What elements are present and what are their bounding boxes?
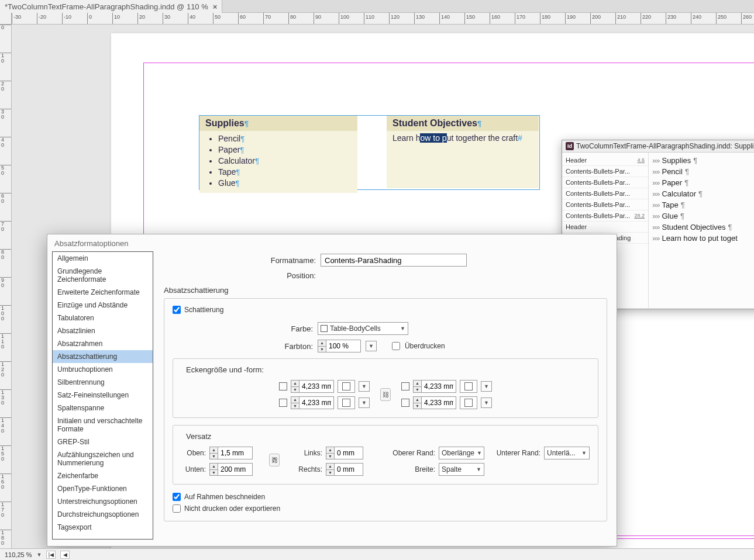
text-column-2: Student Objectives¶ Learn how to put tog…: [387, 116, 539, 189]
heading-supplies[interactable]: Supplies¶: [199, 116, 357, 131]
story-text-line[interactable]: »» Glue¶: [649, 210, 754, 222]
list-item[interactable]: Tape¶: [218, 167, 352, 178]
offset-top-spinner[interactable]: ▲▼: [209, 447, 253, 459]
offset-bottom-spinner[interactable]: ▲▼: [209, 463, 253, 476]
text-selection: ow to p: [420, 133, 446, 143]
category-item[interactable]: Zeichenfarbe: [53, 469, 153, 482]
list-item[interactable]: Calculator¶: [218, 155, 352, 167]
heading-objectives[interactable]: Student Objectives¶: [387, 116, 539, 131]
story-text-line[interactable]: »» Tape¶: [649, 199, 754, 210]
left-label: Links:: [296, 449, 322, 457]
category-item[interactable]: Tabulatoren: [53, 312, 153, 324]
supplies-list: Pencil¶Paper¶Calculator¶Tape¶Glue¶: [218, 133, 352, 188]
width-select[interactable]: Spalte▼: [439, 463, 484, 476]
story-text-line[interactable]: »» Pencil¶: [649, 166, 754, 177]
category-item[interactable]: Umbruchoptionen: [53, 363, 153, 376]
category-item[interactable]: Satz-Feineinstellungen: [53, 389, 153, 402]
section-heading: Absatzschattierung: [164, 286, 607, 295]
story-style-row[interactable]: Contents-Bullets-Par...: [562, 166, 648, 177]
category-item[interactable]: Unterstreichungsoptionen: [53, 495, 153, 508]
category-item[interactable]: Allgemein: [53, 252, 153, 265]
tint-spinner[interactable]: ▲▼: [318, 340, 361, 352]
width-label: Breite:: [385, 465, 435, 473]
corner-br-spinner[interactable]: ▲▼: [413, 396, 456, 409]
zoom-level[interactable]: 110,25 %: [5, 551, 32, 558]
corner-bl-spinner[interactable]: ▲▼: [291, 396, 334, 409]
category-item[interactable]: GREP-Stil: [53, 435, 153, 448]
list-item[interactable]: Pencil¶: [218, 133, 352, 144]
close-icon[interactable]: ×: [213, 2, 218, 11]
category-item[interactable]: Erweiterte Zeichenformate: [53, 286, 153, 299]
category-item[interactable]: Absatzrahmen: [53, 337, 153, 350]
story-text-line[interactable]: »» Supplies¶: [649, 155, 754, 166]
corner-tl-spinner[interactable]: ▲▼: [291, 380, 334, 393]
category-item[interactable]: Durchstreichungsoptionen: [53, 508, 153, 521]
do-not-print-checkbox[interactable]: [173, 504, 181, 513]
story-style-row[interactable]: Header4.6: [562, 155, 648, 166]
objectives-body[interactable]: Learn how to put together the craft#: [387, 131, 539, 188]
bottom-edge-label: Unterer Rand:: [488, 449, 540, 457]
story-style-row[interactable]: Header: [562, 222, 648, 233]
corner-shape-tl[interactable]: [338, 380, 355, 393]
do-not-print-label: Nicht drucken oder exportieren: [184, 504, 280, 513]
corner-shape-bl[interactable]: [338, 396, 355, 409]
category-item[interactable]: Absatzlinien: [53, 324, 153, 337]
text-column-1: Supplies¶ Pencil¶Paper¶Calculator¶Tape¶G…: [199, 116, 357, 189]
formatname-input[interactable]: [321, 254, 467, 267]
chevron-down-icon[interactable]: ▼: [359, 397, 370, 408]
category-list[interactable]: AllgemeinGrundlegende ZeichenformateErwe…: [52, 251, 153, 540]
supplies-body[interactable]: Pencil¶Paper¶Calculator¶Tape¶Glue¶: [199, 131, 357, 193]
chevron-down-icon: ▼: [400, 326, 405, 331]
list-item[interactable]: Paper¶: [218, 144, 352, 155]
chevron-down-icon[interactable]: ▼: [366, 341, 377, 351]
chevron-down-icon[interactable]: ▼: [481, 381, 492, 392]
story-style-row[interactable]: Contents-Bullets-Par...: [562, 177, 648, 188]
list-item[interactable]: Glue¶: [218, 178, 352, 189]
story-editor-titlebar[interactable]: Id TwoColumnTextFrame-AllParagraphShadin…: [562, 140, 754, 153]
first-page-button[interactable]: |◀: [46, 551, 56, 559]
link-values-icon[interactable]: ⛓: [380, 388, 391, 401]
corner-tr-spinner[interactable]: ▲▼: [413, 380, 456, 393]
story-text-column[interactable]: »» Supplies¶»» Pencil¶»» Paper¶»» Calcul…: [649, 153, 754, 308]
color-select[interactable]: Table-BodyCells ▼: [318, 322, 408, 335]
bottom-label: Unten:: [181, 465, 206, 473]
category-item[interactable]: Einzüge und Abstände: [53, 299, 153, 312]
prev-page-button[interactable]: ◀: [60, 551, 70, 559]
story-text-line[interactable]: »» Student Objectives¶: [649, 222, 754, 233]
category-item[interactable]: Aufzählungszeichen und Nummerierung: [53, 448, 153, 469]
corner-shape-br[interactable]: [460, 396, 477, 409]
story-text-line[interactable]: »» Paper¶: [649, 177, 754, 188]
story-style-row[interactable]: Contents-Bullets-Par...: [562, 188, 648, 199]
overprint-checkbox[interactable]: [392, 342, 400, 350]
pilcrow-icon: ¶: [477, 119, 481, 128]
category-item[interactable]: Silbentrennung: [53, 376, 153, 389]
story-text-line[interactable]: »» Learn how to put toget: [649, 233, 754, 244]
offset-left-spinner[interactable]: ▲▼: [326, 447, 363, 459]
top-edge-label: Oberer Rand:: [385, 449, 435, 457]
unlink-values-icon[interactable]: ⛓̸: [269, 454, 280, 466]
category-item[interactable]: OpenType-Funktionen: [53, 482, 153, 495]
vertical-ruler[interactable]: 0102030405060708090100110120130140150160…: [0, 25, 12, 548]
chevron-down-icon[interactable]: ▼: [36, 552, 42, 558]
horizontal-ruler[interactable]: -30-20-100102030405060708090100110120130…: [12, 13, 754, 25]
shading-checkbox-label: Schattierung: [184, 306, 223, 314]
category-item[interactable]: Spaltenspanne: [53, 402, 153, 414]
top-edge-select[interactable]: Oberlänge▼: [439, 447, 484, 459]
clip-to-frame-checkbox[interactable]: [173, 493, 181, 501]
category-item[interactable]: Grundlegende Zeichenformate: [53, 265, 153, 286]
shading-checkbox[interactable]: [173, 306, 181, 314]
story-style-row[interactable]: Contents-Bullets-Par...: [562, 199, 648, 210]
chevron-down-icon[interactable]: ▼: [359, 381, 370, 392]
story-text-line[interactable]: »» Calculator¶: [649, 188, 754, 199]
ruler-origin[interactable]: [0, 13, 12, 25]
story-style-row[interactable]: Contents-Bullets-Par...28.2: [562, 210, 648, 222]
offset-right-spinner[interactable]: ▲▼: [326, 463, 363, 476]
category-item[interactable]: Absatzschattierung: [53, 350, 153, 363]
chevron-down-icon[interactable]: ▼: [481, 397, 492, 408]
category-item[interactable]: Initialen und verschachtelte Formate: [53, 414, 153, 435]
document-tab[interactable]: *TwoColumnTextFrame-AllParagraphShading.…: [0, 0, 222, 13]
category-item[interactable]: Tagsexport: [53, 521, 153, 534]
bottom-edge-select[interactable]: Unterlä...▼: [544, 447, 590, 459]
corner-shape-tr[interactable]: [460, 380, 477, 393]
text-frame[interactable]: Supplies¶ Pencil¶Paper¶Calculator¶Tape¶G…: [199, 115, 540, 190]
